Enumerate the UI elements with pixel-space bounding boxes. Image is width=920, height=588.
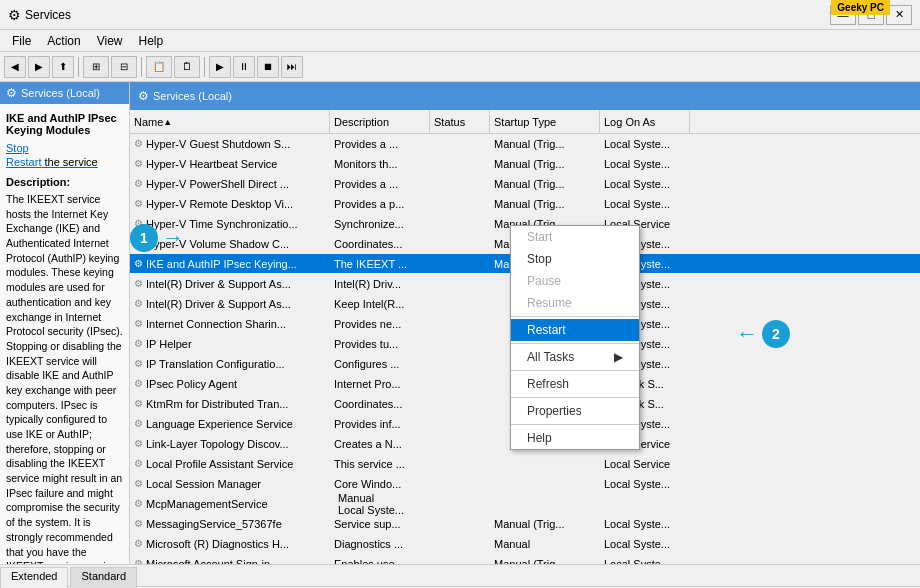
show-hide-button[interactable]: ⊞ (83, 56, 109, 78)
cell-logon: Local Syste... (600, 558, 690, 565)
main-container: ⚙ Services (Local) IKE and AuthIP IPsec … (0, 82, 920, 564)
cell-desc: Diagnostics ... (330, 538, 430, 550)
forward-button[interactable]: ▶ (28, 56, 50, 78)
cell-name: ⚙ Local Profile Assistant Service (130, 458, 330, 470)
start-service-button[interactable]: ▶ (209, 56, 231, 78)
cell-name: ⚙ IP Translation Configuratio... (130, 358, 330, 370)
cell-name: ⚙ Hyper-V Time Synchronizatio... (130, 218, 330, 230)
description-label: Description: (6, 176, 123, 188)
ctx-properties[interactable]: Properties (511, 400, 639, 422)
app-icon: ⚙ (8, 7, 21, 23)
table-row[interactable]: ⚙ Microsoft Account Sign-in ... Enables … (130, 554, 920, 564)
service-icon: ⚙ (134, 478, 143, 489)
col-header-startup[interactable]: Startup Type (490, 110, 600, 133)
cell-name: ⚙ Language Experience Service (130, 418, 330, 430)
cell-desc: Provides a ... (330, 178, 430, 190)
ctx-help[interactable]: Help (511, 427, 639, 449)
left-panel: ⚙ Services (Local) IKE and AuthIP IPsec … (0, 82, 130, 564)
geeky-badge: Geeky PC (831, 0, 890, 15)
cell-logon: Local Syste... (600, 478, 690, 490)
table-row[interactable]: ⚙ Hyper-V Heartbeat Service Monitors th.… (130, 154, 920, 174)
title-bar: ⚙ Services Geeky PC — □ ✕ (0, 0, 920, 30)
ctx-restart[interactable]: Restart (511, 319, 639, 341)
pause-service-button[interactable]: ⏸ (233, 56, 255, 78)
ctx-start[interactable]: Start (511, 226, 639, 248)
cell-desc: Coordinates... (330, 238, 430, 250)
cell-name: ⚙ Hyper-V Remote Desktop Vi... (130, 198, 330, 210)
service-icon: ⚙ (134, 278, 143, 289)
ctx-all-tasks[interactable]: All Tasks ▶ (511, 346, 639, 368)
properties-toolbar-button[interactable]: 📋 (146, 56, 172, 78)
table-row[interactable]: ⚙ Hyper-V PowerShell Direct ... Provides… (130, 174, 920, 194)
ctx-pause[interactable]: Pause (511, 270, 639, 292)
menu-action[interactable]: Action (39, 32, 88, 50)
cell-startup: Manual (490, 538, 600, 550)
tab-extended[interactable]: Extended (0, 567, 68, 588)
cell-name: ⚙ Hyper-V Heartbeat Service (130, 158, 330, 170)
table-row[interactable]: ⚙ Hyper-V Guest Shutdown S... Provides a… (130, 134, 920, 154)
table-row[interactable]: ⚙ McpManagementService Manual Local Syst… (130, 494, 920, 514)
cell-name: ⚙ Intel(R) Driver & Support As... (130, 298, 330, 310)
up-button[interactable]: ⬆ (52, 56, 74, 78)
selected-service-name: IKE and AuthIP IPsec Keying Modules (6, 112, 123, 136)
cell-name: ⚙ Hyper-V Volume Shadow C... (130, 238, 330, 250)
table-row[interactable]: ⚙ Hyper-V Remote Desktop Vi... Provides … (130, 194, 920, 214)
service-icon: ⚙ (134, 258, 143, 269)
new-window-button[interactable]: 🗒 (174, 56, 200, 78)
cell-name: ⚙ Internet Connection Sharin... (130, 318, 330, 330)
stop-link[interactable]: Stop (6, 142, 123, 154)
restart-service-button[interactable]: ⏭ (281, 56, 303, 78)
right-panel-header: ⚙ Services (Local) (130, 82, 920, 110)
cell-startup: Manual (Trig... (490, 198, 600, 210)
cell-logon: Local Syste... (600, 538, 690, 550)
ctx-sep-4 (511, 397, 639, 398)
cell-name: ⚙ Microsoft Account Sign-in ... (130, 558, 330, 565)
menu-file[interactable]: File (4, 32, 39, 50)
description-section: Description: The IKEEXT service hosts th… (6, 176, 123, 574)
cell-desc: The IKEEXT ... (330, 258, 430, 270)
table-row[interactable]: ⚙ Local Session Manager Core Windo... Lo… (130, 474, 920, 494)
col-header-desc[interactable]: Description (330, 110, 430, 133)
menu-view[interactable]: View (89, 32, 131, 50)
cell-name: ⚙ IP Helper (130, 338, 330, 350)
left-panel-content: IKE and AuthIP IPsec Keying Modules Stop… (0, 104, 129, 582)
cell-logon: Local Syste... (600, 178, 690, 190)
ctx-sep-3 (511, 370, 639, 371)
cell-name: ⚙ Local Session Manager (130, 478, 330, 490)
cell-desc: Monitors th... (330, 158, 430, 170)
stop-service-button[interactable]: ⏹ (257, 56, 279, 78)
title-bar-text: Services (25, 8, 830, 22)
col-header-status[interactable]: Status (430, 110, 490, 133)
bottom-area: Extended Standard Stop and Start service… (0, 564, 920, 588)
col-header-name[interactable]: Name ▲ (130, 110, 330, 133)
left-panel-header: ⚙ Services (Local) (0, 82, 129, 104)
back-button[interactable]: ◀ (4, 56, 26, 78)
collapse-button[interactable]: ⊟ (111, 56, 137, 78)
table-row[interactable]: ⚙ MessagingService_57367fe Service sup..… (130, 514, 920, 534)
restart-link[interactable]: Restart the service (6, 156, 123, 168)
cell-name: ⚙ MessagingService_57367fe (130, 518, 330, 530)
service-icon: ⚙ (134, 538, 143, 549)
ctx-refresh[interactable]: Refresh (511, 373, 639, 395)
col-header-logon[interactable]: Log On As (600, 110, 690, 133)
service-icon: ⚙ (134, 458, 143, 469)
cell-name: ⚙ IKE and AuthIP IPsec Keying... (130, 258, 330, 270)
service-icon: ⚙ (134, 418, 143, 429)
table-row[interactable]: ⚙ Local Profile Assistant Service This s… (130, 454, 920, 474)
toolbar-sep-3 (204, 57, 205, 77)
cell-logon: Local Syste... (600, 518, 690, 530)
description-text: The IKEEXT service hosts the Internet Ke… (6, 192, 123, 574)
table-row[interactable]: ⚙ Microsoft (R) Diagnostics H... Diagnos… (130, 534, 920, 554)
tab-standard[interactable]: Standard (70, 567, 137, 588)
service-icon: ⚙ (134, 238, 143, 249)
cell-desc: Provides a ... (330, 138, 430, 150)
ctx-stop[interactable]: Stop (511, 248, 639, 270)
cell-startup: Manual (Trig... (490, 138, 600, 150)
service-icon: ⚙ (134, 358, 143, 369)
service-icon: ⚙ (134, 138, 143, 149)
cell-startup: Manual (Trig... (490, 558, 600, 565)
ctx-sep-2 (511, 343, 639, 344)
ctx-resume[interactable]: Resume (511, 292, 639, 314)
menu-help[interactable]: Help (131, 32, 172, 50)
cell-desc: Enables use... (330, 558, 430, 565)
